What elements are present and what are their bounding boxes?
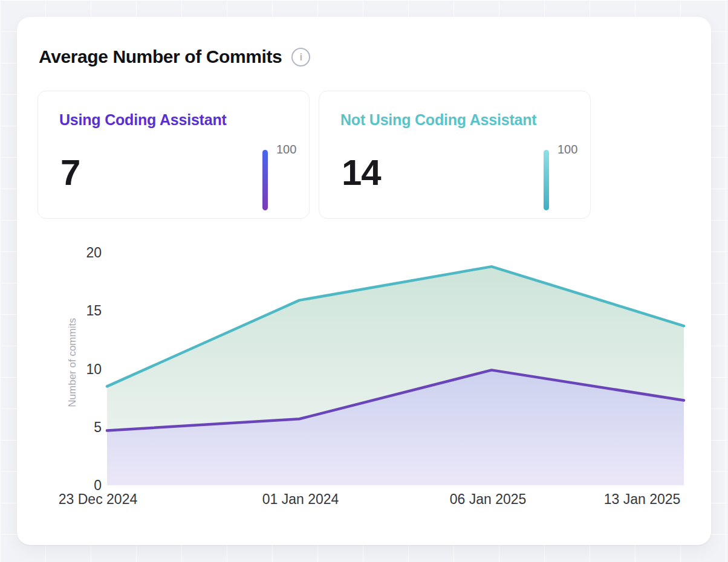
stat-card-using-assistant: Using Coding Assistant 7 100 bbox=[37, 91, 310, 219]
x-tick-label: 06 Jan 2025 bbox=[450, 491, 527, 507]
average-commits-card: Average Number of Commits i Using Coding… bbox=[17, 17, 711, 545]
stat-value: 7 bbox=[60, 154, 80, 192]
series-line-using bbox=[107, 370, 684, 430]
area-fill-not-using bbox=[107, 266, 684, 485]
x-tick-label: 23 Dec 2024 bbox=[59, 491, 138, 507]
stat-label: Using Coding Assistant bbox=[59, 111, 227, 129]
y-tick-label: 10 bbox=[86, 361, 102, 377]
area-fill-using bbox=[107, 370, 684, 485]
y-tick-label: 0 bbox=[94, 477, 102, 493]
info-icon[interactable]: i bbox=[291, 48, 310, 66]
y-axis-title: Number of commits bbox=[67, 318, 78, 407]
x-tick-label: 01 Jan 2024 bbox=[262, 491, 339, 507]
y-tick-label: 20 bbox=[86, 245, 102, 260]
x-tick-label: 13 Jan 2025 bbox=[604, 491, 681, 507]
gradient-bar-icon bbox=[262, 150, 268, 210]
stat-value: 14 bbox=[342, 154, 381, 192]
card-header: Average Number of Commits i bbox=[39, 46, 310, 68]
y-tick-label: 5 bbox=[94, 419, 102, 435]
stat-card-not-using-assistant: Not Using Coding Assistant 14 100 bbox=[319, 91, 591, 219]
y-tick-label: 15 bbox=[86, 303, 102, 318]
stat-cards-row: Using Coding Assistant 7 100 Not Using C… bbox=[37, 91, 591, 219]
stat-bar-max-label: 100 bbox=[276, 143, 296, 157]
info-icon-glyph: i bbox=[299, 52, 302, 62]
series-line-not-using bbox=[107, 266, 684, 386]
stat-label: Not Using Coding Assistant bbox=[340, 111, 536, 129]
gradient-bar-icon bbox=[544, 150, 549, 210]
stat-bar-max-label: 100 bbox=[557, 143, 577, 157]
page-title: Average Number of Commits bbox=[39, 46, 282, 68]
